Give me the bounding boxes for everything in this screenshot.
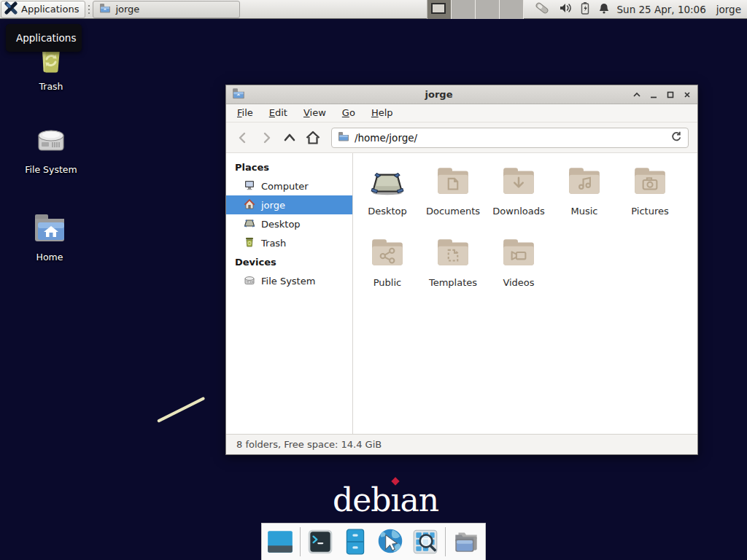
panel-clock[interactable]: Sun 25 Apr, 10:06 xyxy=(617,4,706,15)
path-bar xyxy=(331,128,689,148)
folder-name: Downloads xyxy=(492,206,544,217)
debian-logo-text: an xyxy=(400,481,438,518)
folder-item-pictures[interactable]: Pictures xyxy=(617,163,683,235)
app-finder-icon xyxy=(411,527,440,556)
reload-icon[interactable] xyxy=(670,131,682,144)
folder-item-videos[interactable]: Videos xyxy=(486,235,551,306)
system-tray xyxy=(534,1,610,18)
shade-button[interactable] xyxy=(632,90,641,99)
close-button[interactable] xyxy=(683,90,692,99)
folder-name: Pictures xyxy=(631,206,668,217)
workspace-window-preview xyxy=(431,3,446,14)
cursor-trail xyxy=(157,397,205,423)
folder-item-desktop[interactable]: Desktop xyxy=(355,163,420,235)
workspace-3[interactable] xyxy=(476,0,500,19)
volume-icon[interactable] xyxy=(559,2,572,16)
places-header: Places xyxy=(226,158,352,176)
menu-file[interactable]: File xyxy=(229,104,261,122)
forward-button[interactable] xyxy=(257,128,276,147)
folder-public-icon xyxy=(369,235,406,273)
notifications-bell-icon[interactable] xyxy=(598,2,610,17)
folder-name: Videos xyxy=(503,277,534,288)
file-manager-launcher[interactable] xyxy=(451,526,481,558)
desktop-icon-home[interactable]: Home xyxy=(15,210,85,262)
menu-bar: File Edit View Go Help xyxy=(226,104,697,122)
show-desktop-icon xyxy=(266,527,295,556)
folder-name: Templates xyxy=(429,277,477,288)
folder-item-public[interactable]: Public xyxy=(355,235,420,306)
folder-name: Desktop xyxy=(368,206,407,217)
computer-icon xyxy=(244,179,255,193)
file-manager-window: jorge File Edit View Go Help xyxy=(225,85,698,455)
app-finder-launcher[interactable] xyxy=(411,526,440,558)
sidebar-item-label: Trash xyxy=(261,238,286,249)
taskbar-window-button[interactable]: jorge xyxy=(93,1,240,18)
applications-menu-button[interactable]: Applications xyxy=(1,1,85,18)
show-desktop-button[interactable] xyxy=(266,526,295,558)
file-cabinet-launcher[interactable] xyxy=(340,526,369,558)
menu-go[interactable]: Go xyxy=(334,104,363,122)
panel-username: jorge xyxy=(716,4,741,15)
folder-item-downloads[interactable]: Downloads xyxy=(486,163,551,235)
menu-view[interactable]: View xyxy=(295,104,334,122)
bottom-dock xyxy=(261,523,486,560)
dock-separator xyxy=(445,527,446,556)
folder-grid: Desktop Documents xyxy=(353,153,697,434)
hard-drive-icon xyxy=(244,274,255,288)
desktop-icon-label: File System xyxy=(25,164,77,175)
hard-drive-icon xyxy=(33,122,69,161)
home-button[interactable] xyxy=(303,128,322,147)
menu-edit[interactable]: Edit xyxy=(261,104,295,122)
folder-icon xyxy=(99,2,111,16)
sidebar-item-label: jorge xyxy=(261,200,285,211)
home-icon xyxy=(244,198,255,212)
web-browser-launcher[interactable] xyxy=(375,526,406,558)
sidebar-item-desktop[interactable]: Desktop xyxy=(226,214,352,233)
sidebar-item-jorge[interactable]: jorge xyxy=(226,195,352,214)
status-bar: 8 folders, Free space: 14.4 GiB xyxy=(226,434,697,454)
folder-item-music[interactable]: Music xyxy=(551,163,617,235)
sidebar-item-label: Desktop xyxy=(261,219,301,230)
folder-item-documents[interactable]: Documents xyxy=(420,163,486,235)
menu-help[interactable]: Help xyxy=(363,104,401,122)
applications-tooltip-text: Applications xyxy=(16,32,76,44)
sidebar-item-label: Computer xyxy=(261,181,309,192)
sidebar-item-trash[interactable]: Trash xyxy=(226,233,352,252)
taskbar-window-label: jorge xyxy=(115,4,139,15)
sidebar-item-computer[interactable]: Computer xyxy=(226,176,352,195)
folder-videos-icon xyxy=(500,235,537,273)
folder-icon xyxy=(338,131,349,144)
folder-templates-icon xyxy=(435,235,471,273)
folder-downloads-icon xyxy=(500,163,537,202)
sidebar-item-label: File System xyxy=(261,276,315,287)
folder-documents-icon xyxy=(435,163,471,202)
minimize-button[interactable] xyxy=(649,90,658,99)
devices-header: Devices xyxy=(226,252,352,271)
panel-handle[interactable] xyxy=(87,3,91,16)
file-cabinet-icon xyxy=(341,527,370,556)
path-input[interactable] xyxy=(355,132,665,144)
terminal-launcher[interactable] xyxy=(306,526,335,558)
terminal-icon xyxy=(306,527,335,556)
back-button[interactable] xyxy=(233,128,252,147)
xfce-logo-icon xyxy=(4,1,18,17)
desktop-icon-file-system[interactable]: File System xyxy=(16,122,86,175)
workspace-4[interactable] xyxy=(500,0,524,19)
workspace-1[interactable] xyxy=(427,0,452,19)
folder-item-templates[interactable]: Templates xyxy=(420,235,486,306)
debian-logo-i: ı xyxy=(390,481,400,518)
dock-separator xyxy=(300,527,301,556)
battery-charging-icon[interactable] xyxy=(581,1,589,17)
sidebar-item-file-system[interactable]: File System xyxy=(226,271,352,290)
input-device-icon[interactable] xyxy=(534,1,550,18)
desktop: { "colors": { "selection_blue": "#4a90d9… xyxy=(0,0,747,560)
window-folder-icon xyxy=(232,87,245,102)
desktop-special-icon xyxy=(369,163,406,202)
sidebar: Places Computer xyxy=(226,153,353,434)
up-button[interactable] xyxy=(280,128,299,147)
workspace-2[interactable] xyxy=(452,0,476,19)
maximize-button[interactable] xyxy=(666,90,675,99)
workspace-switcher xyxy=(427,0,524,19)
folder-name: Public xyxy=(374,277,401,288)
window-titlebar[interactable]: jorge xyxy=(226,85,697,104)
